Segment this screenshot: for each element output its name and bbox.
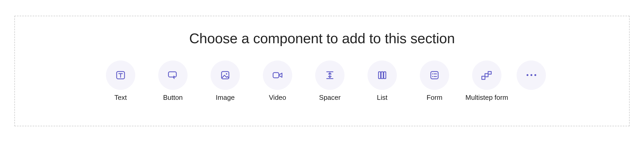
component-option-video[interactable]: Video [251,61,304,102]
svg-rect-4 [273,73,279,78]
component-option-spacer[interactable]: Spacer [304,61,356,102]
svg-point-14 [432,76,433,77]
component-option-button[interactable]: Button [147,61,199,102]
component-option-form[interactable]: Form [408,61,461,102]
form-icon [420,61,449,90]
list-icon [368,61,397,90]
button-icon [158,61,188,90]
svg-rect-1 [168,72,176,77]
component-option-image[interactable]: Image [199,61,251,102]
section-dropzone[interactable]: Choose a component to add to this sectio… [14,16,630,126]
component-option-more[interactable] [513,61,550,90]
image-icon [211,61,240,90]
page-canvas: Choose a component to add to this sectio… [0,0,644,142]
spacer-icon [315,61,344,90]
svg-rect-8 [379,72,381,79]
component-option-label: Spacer [319,94,341,102]
video-icon [263,61,292,90]
svg-rect-10 [384,72,386,79]
svg-point-12 [432,73,433,74]
component-option-list[interactable]: List [356,61,408,102]
svg-rect-2 [222,72,229,79]
component-option-label: Form [427,94,443,102]
component-option-label: Button [163,94,183,102]
text-icon [106,61,135,90]
multistep-icon [472,61,501,90]
component-option-label: Image [216,94,235,102]
svg-point-3 [226,73,227,74]
svg-rect-11 [431,72,438,79]
more-icon [517,61,546,90]
component-option-multistep-form[interactable]: Multistep form [461,61,513,102]
component-option-label: Multistep form [465,94,508,102]
component-option-list: Text Button [94,61,550,102]
component-option-label: Text [114,94,127,102]
component-option-text[interactable]: Text [94,61,147,102]
component-option-label: Video [269,94,286,102]
section-heading: Choose a component to add to this sectio… [189,30,455,47]
svg-rect-9 [381,72,383,79]
component-option-label: List [377,94,387,102]
